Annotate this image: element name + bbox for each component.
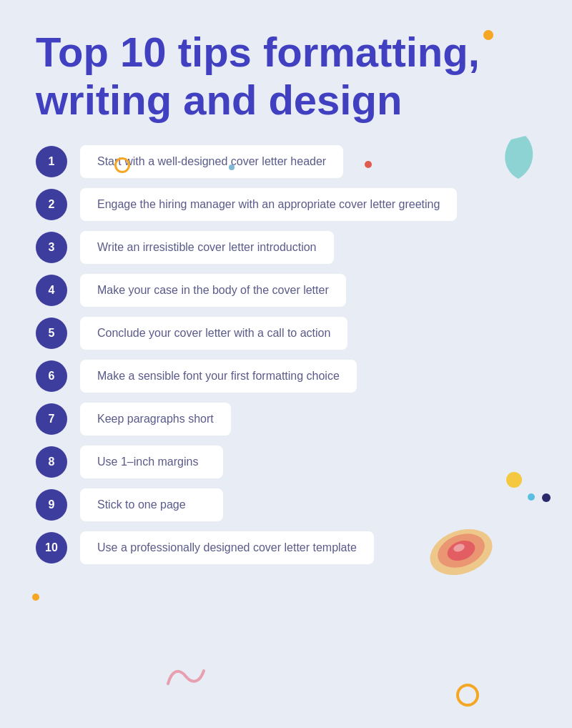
page-container: Top 10 tips formatting, writing and desi…: [0, 0, 572, 728]
tip-item-5[interactable]: 5Conclude your cover letter with a call …: [36, 317, 536, 350]
tip-label-7: Keep paragraphs short: [80, 403, 231, 436]
tip-label-2: Engage the hiring manager with an approp…: [80, 188, 457, 221]
tip-label-6: Make a sensible font your first formatti…: [80, 360, 357, 393]
deco-red-dot: [365, 161, 372, 168]
tip-number-7: 7: [36, 403, 67, 435]
deco-yellow-circle: [506, 472, 522, 488]
tip-item-3[interactable]: 3Write an irresistible cover letter intr…: [36, 231, 536, 264]
page-title: Top 10 tips formatting, writing and desi…: [36, 29, 536, 124]
tip-item-1[interactable]: 1Start with a well-designed cover letter…: [36, 145, 536, 178]
deco-candy-shape: [422, 515, 500, 586]
tip-item-6[interactable]: 6Make a sensible font your first formatt…: [36, 360, 536, 393]
tip-label-5: Conclude your cover letter with a call t…: [80, 317, 347, 350]
tip-label-4: Make your case in the body of the cover …: [80, 274, 346, 307]
tip-number-4: 4: [36, 275, 67, 306]
tip-item-2[interactable]: 2Engage the hiring manager with an appro…: [36, 188, 536, 221]
tips-list: 1Start with a well-designed cover letter…: [36, 145, 536, 564]
deco-orange-dot-item9: [32, 594, 39, 601]
tip-item-7[interactable]: 7Keep paragraphs short: [36, 403, 536, 436]
deco-orange-circle-bottom: [456, 684, 479, 707]
tip-number-5: 5: [36, 318, 67, 349]
tip-number-2: 2: [36, 189, 67, 220]
tip-label-3: Write an irresistible cover letter intro…: [80, 231, 334, 264]
tip-number-3: 3: [36, 232, 67, 263]
tip-item-8[interactable]: 8Use 1–inch margins: [36, 446, 536, 478]
tip-label-9: Stick to one page: [80, 488, 223, 521]
tip-number-8: 8: [36, 446, 67, 478]
deco-blue-dot: [229, 164, 235, 170]
deco-blue-dot-mid: [528, 493, 535, 501]
tip-label-8: Use 1–inch margins: [80, 446, 223, 478]
tip-number-6: 6: [36, 360, 67, 392]
tip-number-9: 9: [36, 489, 67, 521]
deco-orange-dot-top: [483, 30, 493, 40]
deco-teal-drop: [497, 132, 536, 182]
tip-label-10: Use a professionally designed cover lett…: [80, 531, 374, 564]
tip-number-10: 10: [36, 532, 67, 564]
deco-pink-squiggle: [164, 664, 207, 689]
tip-number-1: 1: [36, 146, 67, 177]
tip-item-4[interactable]: 4Make your case in the body of the cover…: [36, 274, 536, 307]
deco-dark-dot-mid: [542, 493, 551, 502]
deco-orange-circle: [114, 157, 130, 173]
